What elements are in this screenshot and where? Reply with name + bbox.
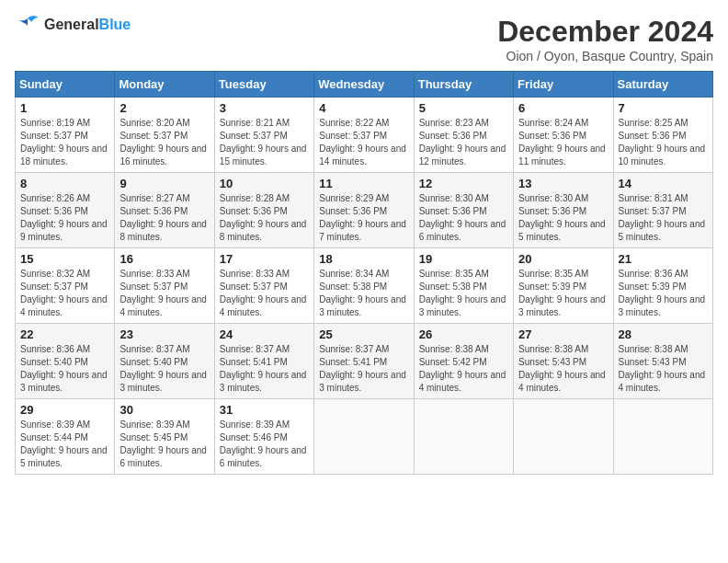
calendar-header-row: SundayMondayTuesdayWednesdayThursdayFrid… xyxy=(16,72,713,98)
day-number: 17 xyxy=(220,252,309,266)
day-info: Sunrise: 8:30 AMSunset: 5:36 PMDaylight:… xyxy=(419,192,508,244)
day-number: 7 xyxy=(619,101,708,115)
day-info: Sunrise: 8:34 AMSunset: 5:38 PMDaylight:… xyxy=(319,268,408,319)
calendar-week-row: 29Sunrise: 8:39 AMSunset: 5:44 PMDayligh… xyxy=(16,399,713,475)
day-number: 29 xyxy=(20,403,109,417)
calendar-day-cell: 21Sunrise: 8:36 AMSunset: 5:39 PMDayligh… xyxy=(613,248,712,324)
day-info: Sunrise: 8:28 AMSunset: 5:36 PMDaylight:… xyxy=(220,192,309,244)
calendar-day-cell: 17Sunrise: 8:33 AMSunset: 5:37 PMDayligh… xyxy=(214,248,313,324)
day-info: Sunrise: 8:38 AMSunset: 5:43 PMDaylight:… xyxy=(619,343,708,395)
day-number: 6 xyxy=(518,101,608,115)
calendar-day-cell: 8Sunrise: 8:26 AMSunset: 5:36 PMDaylight… xyxy=(16,173,115,248)
calendar-day-cell: 15Sunrise: 8:32 AMSunset: 5:37 PMDayligh… xyxy=(16,248,115,324)
day-number: 21 xyxy=(619,252,708,266)
day-number: 27 xyxy=(518,327,608,341)
calendar-day-cell: 27Sunrise: 8:38 AMSunset: 5:43 PMDayligh… xyxy=(514,324,613,399)
day-number: 25 xyxy=(319,327,408,341)
day-info: Sunrise: 8:35 AMSunset: 5:39 PMDaylight:… xyxy=(518,268,608,319)
calendar-day-cell: 19Sunrise: 8:35 AMSunset: 5:38 PMDayligh… xyxy=(414,248,513,324)
day-number: 11 xyxy=(319,177,408,190)
calendar-day-cell: 23Sunrise: 8:37 AMSunset: 5:40 PMDayligh… xyxy=(115,324,214,399)
month-title: December 2024 xyxy=(497,15,713,49)
calendar-day-cell: 3Sunrise: 8:21 AMSunset: 5:37 PMDaylight… xyxy=(214,98,313,173)
calendar-day-cell: 28Sunrise: 8:38 AMSunset: 5:43 PMDayligh… xyxy=(613,324,712,399)
calendar-day-cell: 5Sunrise: 8:23 AMSunset: 5:36 PMDaylight… xyxy=(414,98,513,173)
calendar-day-cell: 20Sunrise: 8:35 AMSunset: 5:39 PMDayligh… xyxy=(514,248,613,324)
calendar-day-cell: 30Sunrise: 8:39 AMSunset: 5:45 PMDayligh… xyxy=(115,399,214,475)
weekday-header: Friday xyxy=(514,72,613,98)
calendar-day-cell: 9Sunrise: 8:27 AMSunset: 5:36 PMDaylight… xyxy=(115,173,214,248)
day-info: Sunrise: 8:36 AMSunset: 5:39 PMDaylight:… xyxy=(619,268,708,319)
day-info: Sunrise: 8:24 AMSunset: 5:36 PMDaylight:… xyxy=(518,117,608,168)
calendar-day-cell: 10Sunrise: 8:28 AMSunset: 5:36 PMDayligh… xyxy=(214,173,313,248)
day-number: 24 xyxy=(220,327,309,341)
calendar-table: SundayMondayTuesdayWednesdayThursdayFrid… xyxy=(15,71,713,475)
day-info: Sunrise: 8:27 AMSunset: 5:36 PMDaylight:… xyxy=(119,192,209,244)
calendar-day-cell: 11Sunrise: 8:29 AMSunset: 5:36 PMDayligh… xyxy=(314,173,414,248)
calendar-day-cell: 29Sunrise: 8:39 AMSunset: 5:44 PMDayligh… xyxy=(16,399,115,475)
weekday-header: Sunday xyxy=(16,72,115,98)
day-info: Sunrise: 8:37 AMSunset: 5:40 PMDaylight:… xyxy=(119,343,209,395)
calendar-day-cell: 12Sunrise: 8:30 AMSunset: 5:36 PMDayligh… xyxy=(414,173,513,248)
day-info: Sunrise: 8:25 AMSunset: 5:36 PMDaylight:… xyxy=(619,117,708,168)
calendar-day-cell: 14Sunrise: 8:31 AMSunset: 5:37 PMDayligh… xyxy=(613,173,712,248)
weekday-header: Tuesday xyxy=(214,72,313,98)
calendar-day-cell: 18Sunrise: 8:34 AMSunset: 5:38 PMDayligh… xyxy=(314,248,414,324)
day-info: Sunrise: 8:36 AMSunset: 5:40 PMDaylight:… xyxy=(20,343,109,395)
weekday-header: Monday xyxy=(115,72,214,98)
calendar-day-cell: 1Sunrise: 8:19 AMSunset: 5:37 PMDaylight… xyxy=(16,98,115,173)
calendar-day-cell: 6Sunrise: 8:24 AMSunset: 5:36 PMDaylight… xyxy=(514,98,613,173)
calendar-week-row: 15Sunrise: 8:32 AMSunset: 5:37 PMDayligh… xyxy=(16,248,713,324)
day-number: 28 xyxy=(619,327,708,341)
calendar-day-cell: 4Sunrise: 8:22 AMSunset: 5:37 PMDaylight… xyxy=(314,98,414,173)
day-info: Sunrise: 8:29 AMSunset: 5:36 PMDaylight:… xyxy=(319,192,408,244)
day-info: Sunrise: 8:39 AMSunset: 5:45 PMDaylight:… xyxy=(119,419,209,470)
logo-text: GeneralBlue xyxy=(44,17,131,33)
day-info: Sunrise: 8:39 AMSunset: 5:46 PMDaylight:… xyxy=(220,419,309,470)
calendar-day-cell xyxy=(314,399,414,475)
calendar-day-cell: 13Sunrise: 8:30 AMSunset: 5:36 PMDayligh… xyxy=(514,173,613,248)
day-number: 23 xyxy=(119,327,209,341)
day-info: Sunrise: 8:38 AMSunset: 5:43 PMDaylight:… xyxy=(518,343,608,395)
calendar-day-cell: 22Sunrise: 8:36 AMSunset: 5:40 PMDayligh… xyxy=(16,324,115,399)
day-number: 19 xyxy=(419,252,508,266)
day-info: Sunrise: 8:30 AMSunset: 5:36 PMDaylight:… xyxy=(518,192,608,244)
calendar-day-cell: 7Sunrise: 8:25 AMSunset: 5:36 PMDaylight… xyxy=(613,98,712,173)
day-number: 26 xyxy=(419,327,508,341)
weekday-header: Wednesday xyxy=(314,72,414,98)
day-number: 8 xyxy=(20,177,109,190)
calendar-day-cell: 26Sunrise: 8:38 AMSunset: 5:42 PMDayligh… xyxy=(414,324,513,399)
header: GeneralBlue December 2024 Oion / Oyon, B… xyxy=(15,15,713,63)
day-info: Sunrise: 8:22 AMSunset: 5:37 PMDaylight:… xyxy=(319,117,408,168)
day-info: Sunrise: 8:33 AMSunset: 5:37 PMDaylight:… xyxy=(220,268,309,319)
weekday-header: Thursday xyxy=(414,72,513,98)
day-number: 2 xyxy=(119,101,209,115)
day-number: 12 xyxy=(419,177,508,190)
logo: GeneralBlue xyxy=(15,15,131,35)
title-area: December 2024 Oion / Oyon, Basque Countr… xyxy=(497,15,713,63)
day-number: 1 xyxy=(20,101,109,115)
calendar-week-row: 22Sunrise: 8:36 AMSunset: 5:40 PMDayligh… xyxy=(16,324,713,399)
day-number: 4 xyxy=(319,101,408,115)
day-number: 16 xyxy=(119,252,209,266)
calendar-day-cell: 25Sunrise: 8:37 AMSunset: 5:41 PMDayligh… xyxy=(314,324,414,399)
day-number: 31 xyxy=(220,403,309,417)
day-info: Sunrise: 8:20 AMSunset: 5:37 PMDaylight:… xyxy=(119,117,209,168)
day-info: Sunrise: 8:38 AMSunset: 5:42 PMDaylight:… xyxy=(419,343,508,395)
calendar-day-cell xyxy=(514,399,613,475)
day-number: 9 xyxy=(119,177,209,190)
calendar-day-cell: 31Sunrise: 8:39 AMSunset: 5:46 PMDayligh… xyxy=(214,399,313,475)
day-number: 10 xyxy=(220,177,309,190)
calendar-day-cell: 16Sunrise: 8:33 AMSunset: 5:37 PMDayligh… xyxy=(115,248,214,324)
calendar-day-cell: 2Sunrise: 8:20 AMSunset: 5:37 PMDaylight… xyxy=(115,98,214,173)
calendar-week-row: 1Sunrise: 8:19 AMSunset: 5:37 PMDaylight… xyxy=(16,98,713,173)
day-number: 14 xyxy=(619,177,708,190)
day-info: Sunrise: 8:39 AMSunset: 5:44 PMDaylight:… xyxy=(20,419,109,470)
day-number: 22 xyxy=(20,327,109,341)
day-number: 30 xyxy=(119,403,209,417)
logo-bird-icon xyxy=(15,15,40,35)
day-number: 5 xyxy=(419,101,508,115)
day-info: Sunrise: 8:37 AMSunset: 5:41 PMDaylight:… xyxy=(319,343,408,395)
day-info: Sunrise: 8:33 AMSunset: 5:37 PMDaylight:… xyxy=(119,268,209,319)
calendar-day-cell: 24Sunrise: 8:37 AMSunset: 5:41 PMDayligh… xyxy=(214,324,313,399)
